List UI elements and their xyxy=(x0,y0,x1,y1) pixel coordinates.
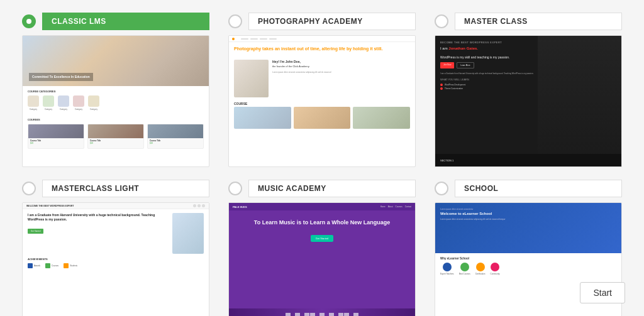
school-hero-text: Lorem ipsum dolor sit amet consectetur W… xyxy=(440,208,616,221)
mclight-heading: I am a Graduate from Harvard University … xyxy=(28,213,169,221)
card-school-header: SCHOOL xyxy=(435,180,622,197)
mclight-hero: I am a Graduate from Harvard University … xyxy=(23,209,209,258)
school-why-section: Why eLearner School Expert Teachers Best… xyxy=(435,253,621,279)
label-masterclass-light: MASTERCLASS LIGHT xyxy=(42,180,209,197)
card-music-academy[interactable]: MUSIC ACADEMY PALE HUES Home About Cours… xyxy=(219,173,425,316)
photo-courses-label: COURSE xyxy=(229,100,415,107)
master-content: BECOME THE BEST WORDPRESS EXPERT I am Jo… xyxy=(440,41,616,90)
music-cta[interactable]: Get Started xyxy=(311,235,333,242)
card-mclight-header: MASTERCLASS LIGHT xyxy=(22,180,209,197)
mclight-top-bar: WELCOME THE BEST WORDPRESS EXPERT xyxy=(23,203,209,209)
master-learn-btn[interactable]: Learn More xyxy=(457,62,474,68)
theme-selection-grid: CLASSIC LMS Committed To Excellence In E… xyxy=(0,0,644,316)
master-bio: I am a Graduate from Harvard University … xyxy=(440,72,616,75)
master-tagline: WordPress is my skill and teaching is my… xyxy=(440,55,616,59)
classic-icon-4: Category xyxy=(73,95,84,111)
radio-photography[interactable] xyxy=(228,14,242,28)
photo-hero: Photography takes an instant out of time… xyxy=(229,42,415,57)
classic-icon-3: Category xyxy=(58,95,69,111)
classic-icon-row: Category Category Category Category xyxy=(28,95,204,111)
mclight-social-1 xyxy=(193,204,196,207)
radio-master-class[interactable] xyxy=(435,14,448,28)
photo-nav xyxy=(229,36,415,42)
school-why-title: Why eLearner School xyxy=(440,257,616,260)
mclight-top-text: WELCOME THE BEST WORDPRESS EXPERT xyxy=(26,205,74,207)
classic-courses: COURSES Course Title $29 Course Title xyxy=(23,118,209,149)
classic-category-title: COURSE CATEGORIES xyxy=(28,90,204,93)
start-button-container: Start xyxy=(580,282,625,303)
card-classic-lms[interactable]: CLASSIC LMS Committed To Excellence In E… xyxy=(13,6,219,173)
photo-nav-links xyxy=(241,38,277,40)
classic-course-1: Course Title $29 xyxy=(28,124,84,149)
preview-music-academy: PALE HUES Home About Courses Contact To … xyxy=(228,202,416,316)
classic-hero-image: Committed To Excellence In Education xyxy=(23,36,209,86)
music-hero-title: To Learn Music is to Learn a Whole New L… xyxy=(235,219,409,227)
photo-profile-image xyxy=(234,60,269,97)
classic-course-row: Course Title $29 Course Title $29 xyxy=(28,124,204,149)
photo-course-3 xyxy=(353,107,410,129)
classic-icon-5: Category xyxy=(88,95,99,111)
school-icon-3: Certification xyxy=(475,263,486,275)
label-school: SCHOOL xyxy=(455,180,622,197)
master-bottom-bar: SECTION 1 xyxy=(435,154,621,166)
card-photography-academy[interactable]: PHOTOGRAPHY ACADEMY Photography takes an… xyxy=(219,6,425,173)
music-nav: PALE HUES Home About Courses Contact xyxy=(229,203,415,210)
master-list-1: WordPress Development xyxy=(440,84,616,86)
card-masterclass-light[interactable]: MASTERCLASS LIGHT WELCOME THE BEST WORDP… xyxy=(13,173,219,316)
master-cta-label: BECOME THE BEST WORDPRESS EXPERT xyxy=(440,41,616,44)
master-list-2: Theme Customization xyxy=(440,87,616,90)
card-master-header: MASTER CLASS xyxy=(435,13,622,30)
preview-classic-lms: Committed To Excellence In Education COU… xyxy=(22,35,209,167)
label-photography: PHOTOGRAPHY ACADEMY xyxy=(248,13,416,30)
photo-logo-dot xyxy=(232,38,235,40)
mclight-hero-text: I am a Graduate from Harvard University … xyxy=(28,213,169,254)
card-classic-lms-header: CLASSIC LMS xyxy=(22,13,209,30)
preview-master-class: BECOME THE BEST WORDPRESS EXPERT I am Jo… xyxy=(435,35,622,167)
preview-masterclass-light: WELCOME THE BEST WORDPRESS EXPERT I am a… xyxy=(22,202,209,316)
start-button[interactable]: Start xyxy=(580,282,625,303)
preview-photography: Photography takes an instant out of time… xyxy=(228,35,416,167)
radio-classic-lms[interactable] xyxy=(22,14,36,28)
mclight-cta[interactable]: Get Started xyxy=(28,229,43,234)
label-music-academy: MUSIC ACADEMY xyxy=(248,180,416,197)
mclight-bio: ACHIEVEMENTS Awards Courses Students xyxy=(23,258,209,268)
school-icon-row: Expert Teachers Best Courses Certificati… xyxy=(440,263,616,275)
radio-school[interactable] xyxy=(435,182,448,195)
master-cta-btn[interactable]: Join Now xyxy=(440,62,454,68)
school-icon-2: Best Courses xyxy=(459,263,470,275)
radio-masterclass-light[interactable] xyxy=(22,182,36,195)
label-classic-lms: CLASSIC LMS xyxy=(42,13,209,30)
photo-profile: Hey! I'm John Doe, the founder of the Cl… xyxy=(229,57,415,100)
photo-hero-heading: Photography takes an instant out of time… xyxy=(234,46,410,52)
classic-courses-title: COURSES xyxy=(28,118,204,121)
music-hero: To Learn Music is to Learn a Whole New L… xyxy=(229,210,415,247)
classic-hero-text: Committed To Excellence In Education xyxy=(29,73,93,81)
classic-course-2: Course Title $29 xyxy=(87,124,144,149)
mclight-social-icons xyxy=(193,204,205,207)
music-piano xyxy=(229,308,415,316)
master-cta-row: Join Now Learn More xyxy=(440,62,616,68)
photo-profile-text: Hey! I'm John Doe, the founder of the Cl… xyxy=(272,60,331,97)
classic-categories: COURSE CATEGORIES Category Category Cate… xyxy=(23,86,209,118)
music-nav-links: Home About Courses Contact xyxy=(380,205,411,208)
school-hero-title: Welcome to eLearner School xyxy=(440,211,616,217)
master-section-title: What you will learn xyxy=(440,78,616,81)
mclight-social-2 xyxy=(197,204,201,207)
card-photography-header: PHOTOGRAPHY ACADEMY xyxy=(228,13,416,30)
photo-course-2 xyxy=(294,107,351,129)
photo-course-1 xyxy=(234,107,291,129)
master-bottom-text: SECTION 1 xyxy=(440,159,453,162)
card-master-class[interactable]: MASTER CLASS BECOME THE BEST WORDPRESS E… xyxy=(425,6,631,173)
classic-icon-1: Category xyxy=(28,95,39,111)
school-icon-4: Community xyxy=(490,263,499,275)
card-music-header: MUSIC ACADEMY xyxy=(228,180,416,197)
radio-music-academy[interactable] xyxy=(228,182,242,195)
label-master-class: MASTER CLASS xyxy=(455,13,622,30)
classic-course-3: Course Title $29 xyxy=(147,124,204,149)
mclight-hero-image xyxy=(172,213,204,254)
classic-icon-2: Category xyxy=(43,95,54,111)
master-intro: I am Jonathan Gates. xyxy=(440,46,616,52)
mclight-social-3 xyxy=(202,204,205,207)
photo-course-row xyxy=(229,107,415,129)
school-icon-1: Expert Teachers xyxy=(440,263,454,275)
